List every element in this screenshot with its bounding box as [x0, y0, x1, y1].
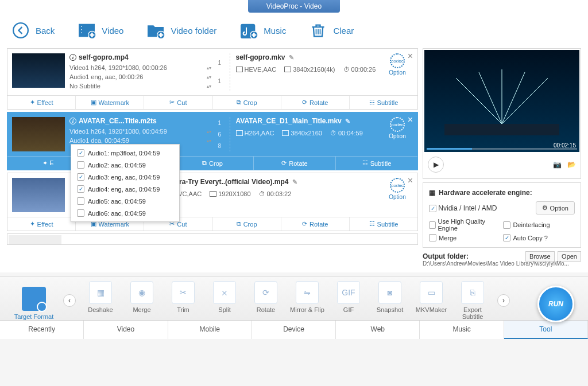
- track-index: 1: [218, 60, 225, 66]
- tab-web[interactable]: Web: [336, 321, 420, 339]
- resolution-icon: [210, 191, 216, 197]
- hw-option-button[interactable]: ⚙ Option: [536, 201, 575, 215]
- scroll-right-button[interactable]: ›: [497, 294, 510, 307]
- svg-rect-4: [81, 32, 83, 34]
- cut-button[interactable]: ✂ Cut: [144, 96, 212, 109]
- svg-line-9: [456, 78, 502, 124]
- gear-icon: codec: [390, 53, 405, 68]
- rotate-button[interactable]: ⟳ Rotate: [254, 157, 336, 170]
- output-duration: 00:03:22: [267, 190, 292, 197]
- hw-title: Hardware accelerate engine:: [439, 189, 532, 197]
- output-title: Shakira-Try Everyt..(official Video).mp4: [161, 178, 289, 186]
- tab-recently[interactable]: Recently: [0, 321, 84, 339]
- rename-icon[interactable]: ✎: [289, 54, 294, 61]
- stepper-icon[interactable]: ▴▾: [207, 130, 211, 133]
- info-icon[interactable]: i: [69, 54, 76, 61]
- audio-track-option[interactable]: Audio6: aac, 0:04:59: [71, 207, 179, 219]
- hq-engine-checkbox[interactable]: Use High Quality Engine: [429, 218, 497, 232]
- effect-button[interactable]: ✦ Effect: [7, 217, 76, 231]
- run-button[interactable]: RUN: [537, 286, 574, 322]
- video-item-selected[interactable]: × iAVATAR_CE...Title.m2ts Video1 h264, 1…: [7, 112, 418, 170]
- video-item[interactable]: × iself-gopro.mp4 Video1 h264, 1920*1080…: [7, 48, 418, 110]
- svg-rect-14: [444, 124, 559, 135]
- option-label: Option: [389, 133, 405, 139]
- hw-vendor-checkbox[interactable]: ✓ Nvidia / Intel / AMD: [429, 204, 497, 212]
- codec-option-button[interactable]: codec Option: [382, 117, 413, 151]
- info-icon[interactable]: i: [69, 118, 76, 124]
- tab-mobile[interactable]: Mobile: [168, 321, 252, 339]
- video-item[interactable]: [7, 233, 418, 245]
- format-split[interactable]: ⨯Split: [204, 281, 245, 320]
- hardware-accel-panel: ▦Hardware accelerate engine: ✓ Nvidia / …: [423, 182, 581, 248]
- tab-video[interactable]: Video: [84, 321, 168, 339]
- format-mirrorflip[interactable]: ⇋Mirror & Flip: [287, 281, 327, 320]
- add-video-button[interactable]: Video: [78, 21, 123, 40]
- autocopy-checkbox[interactable]: ✓Auto Copy ?: [503, 234, 571, 241]
- stepper-icon[interactable]: ▴▾: [207, 76, 211, 79]
- target-format-button[interactable]: Target Format: [9, 287, 59, 320]
- track-index: 6: [218, 131, 225, 138]
- window-title: VideoProc - Video: [248, 0, 340, 13]
- rename-icon[interactable]: ✎: [345, 118, 350, 125]
- tab-device[interactable]: Device: [252, 321, 336, 339]
- codec-option-button[interactable]: codec Option: [382, 178, 413, 212]
- codec-option-button[interactable]: codec Option: [382, 53, 413, 91]
- clear-button[interactable]: Clear: [309, 21, 354, 40]
- deinterlacing-checkbox[interactable]: Deinterlacing: [503, 218, 571, 232]
- open-folder-icon[interactable]: 📂: [567, 161, 576, 169]
- add-video-folder-button[interactable]: Video folder: [146, 21, 216, 40]
- tab-music[interactable]: Music: [420, 321, 504, 339]
- back-button[interactable]: Back: [11, 21, 55, 40]
- watermark-button[interactable]: ▣ Watermark: [76, 96, 144, 109]
- video-item[interactable]: × 1 4 9 Shakira-Try Everyt..(official Vi…: [7, 173, 418, 231]
- video-thumbnail: [12, 178, 65, 212]
- play-button[interactable]: ▶: [428, 157, 444, 173]
- snapshot-icon[interactable]: 📷: [553, 161, 562, 169]
- format-trim[interactable]: ✂Trim: [163, 281, 203, 320]
- stepper-icon[interactable]: ▴▾: [207, 139, 211, 142]
- format-exportsubtitle[interactable]: ⎘Export Subtitle: [452, 281, 493, 320]
- crop-button[interactable]: ⧉ Crop: [213, 96, 281, 109]
- resolution-icon: [282, 130, 289, 136]
- audio-track-option[interactable]: ✓Audio3: eng, aac, 0:04:59: [71, 171, 179, 183]
- audio-track-option[interactable]: Audio5: aac, 0:04:59: [71, 195, 179, 207]
- video-thumbnail: [12, 53, 65, 88]
- stepper-icon[interactable]: ▴▾: [207, 85, 211, 88]
- audio-track-dropdown[interactable]: ✓Audio1: mp3float, 0:04:59Audio2: aac, 0…: [71, 144, 180, 222]
- format-snapshot[interactable]: ◙Snapshot: [370, 281, 410, 320]
- stepper-icon[interactable]: ▴▾: [207, 67, 211, 69]
- audio-track-option[interactable]: ✓Audio4: eng, aac, 0:04:59: [71, 183, 179, 195]
- rename-icon[interactable]: ✎: [292, 178, 297, 186]
- merge-checkbox[interactable]: Merge: [429, 234, 497, 241]
- crop-button[interactable]: ⧉ Crop: [213, 217, 281, 231]
- track-index: 8: [218, 143, 225, 149]
- format-deshake[interactable]: ▦Deshake: [80, 281, 121, 320]
- target-format-icon: [22, 287, 46, 311]
- effect-button[interactable]: ✦ Effect: [7, 96, 76, 109]
- format-rotate[interactable]: ⟳Rotate: [246, 281, 286, 320]
- audio-track-option[interactable]: ✓Audio1: mp3float, 0:04:59: [71, 147, 179, 159]
- subtitle-button[interactable]: ☷ Subtitle: [350, 96, 417, 109]
- scroll-left-button[interactable]: ‹: [63, 294, 76, 307]
- option-label: Option: [389, 69, 405, 76]
- preview-video[interactable]: 00:02:15: [424, 50, 579, 152]
- tab-tool[interactable]: Tool: [504, 321, 588, 339]
- output-folder-label: Output folder:: [423, 252, 469, 260]
- format-gif[interactable]: GIFGIF: [328, 281, 369, 320]
- chip-icon: ▦: [429, 189, 435, 197]
- add-music-button[interactable]: Music: [239, 21, 286, 40]
- video-thumbnail: [12, 117, 65, 151]
- output-codec: H264,AAC: [245, 130, 274, 137]
- format-mkvmaker[interactable]: ▭MKVMaker: [411, 281, 451, 320]
- footer: Target Format ‹ ▦Deshake◉Merge✂Trim⨯Spli…: [0, 276, 588, 339]
- crop-button[interactable]: ⧉ Crop: [172, 157, 254, 170]
- output-folder-section: Output folder: Browse Open D:\Users\Andr…: [423, 252, 581, 267]
- audio-track-option[interactable]: Audio2: aac, 0:04:59: [71, 159, 179, 171]
- rotate-button[interactable]: ⟳ Rotate: [281, 217, 350, 231]
- video-thumbnail: [9, 235, 61, 244]
- subtitle-button[interactable]: ☷ Subtitle: [336, 157, 417, 170]
- rotate-button[interactable]: ⟳ Rotate: [281, 96, 350, 109]
- format-merge[interactable]: ◉Merge: [122, 281, 162, 320]
- main-toolbar: Back Video Video folder Music Clear: [0, 13, 588, 48]
- subtitle-button[interactable]: ☷ Subtitle: [350, 217, 417, 231]
